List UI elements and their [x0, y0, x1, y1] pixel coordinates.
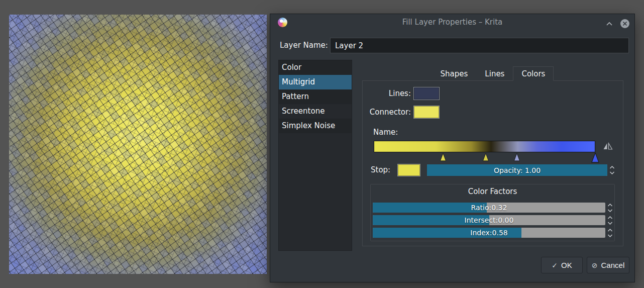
list-item-screentone[interactable]: Screentone [279, 104, 352, 119]
spin-down-icon [607, 221, 613, 225]
connector-label: Connector: [363, 106, 411, 119]
color-factors-title: Color Factors [371, 187, 614, 196]
list-item-multigrid[interactable]: Multigrid [279, 75, 352, 89]
cancel-button[interactable]: ⊘ Cancel [587, 257, 629, 273]
shade-button[interactable] [604, 19, 614, 29]
ratio-slider[interactable]: Ratio:0.32 [373, 203, 605, 213]
tab-shapes[interactable]: Shapes [432, 66, 477, 81]
lines-color-swatch[interactable] [413, 87, 440, 100]
ok-button[interactable]: ✓ OK [541, 257, 583, 273]
spin-up-icon [609, 165, 615, 169]
index-slider[interactable]: Index:0.58 [373, 228, 605, 238]
fill-layer-properties-dialog: Fill Layer Properties – Krita Layer Name… [270, 14, 635, 282]
ratio-slider-label: Ratio:0.32 [373, 203, 605, 213]
list-item-color[interactable]: Color [279, 60, 352, 75]
layer-name-input[interactable] [330, 38, 629, 53]
window-title: Fill Layer Properties – Krita [270, 14, 634, 31]
colors-tab-panel: Lines: Connector: Name: Stop: Opacity: 1… [362, 80, 623, 246]
ok-button-label: OK [561, 261, 572, 269]
spin-down-icon [607, 209, 613, 213]
layer-name-label: Layer Name: [280, 38, 328, 53]
gradient-markers [374, 152, 595, 163]
connector-color-swatch[interactable] [413, 106, 440, 119]
tab-colors[interactable]: Colors [513, 66, 554, 81]
opacity-slider-label: Opacity: 1.00 [427, 164, 607, 176]
tab-lines[interactable]: Lines [476, 66, 513, 81]
cancel-circle-icon: ⊘ [592, 262, 598, 269]
gradient-stop-marker[interactable] [483, 153, 489, 161]
spin-up-icon [607, 203, 613, 207]
list-item-pattern[interactable]: Pattern [279, 89, 352, 104]
spin-up-icon [607, 228, 613, 232]
gradient-stop-marker[interactable] [440, 153, 447, 161]
color-factors-group: Color Factors Ratio:0.32 Intersect:0.00 … [370, 184, 615, 241]
gradient-stop-marker[interactable] [591, 152, 600, 163]
spin-up-icon [607, 216, 613, 220]
lines-label: Lines: [363, 87, 411, 100]
intersect-slider-label: Intersect:0.00 [373, 215, 605, 225]
generator-list: Color Multigrid Pattern Screentone Simpl… [278, 60, 352, 251]
spin-down-icon [607, 234, 613, 238]
index-spinner[interactable] [606, 227, 614, 238]
tab-bar: Shapes Lines Colors [362, 66, 623, 81]
close-icon [620, 19, 630, 29]
close-button[interactable] [620, 19, 630, 29]
spin-down-icon [609, 171, 615, 175]
stop-color-swatch[interactable] [397, 164, 420, 176]
chevron-up-icon [606, 21, 613, 26]
list-item-simplex-noise[interactable]: Simplex Noise [279, 119, 352, 133]
canvas-multigrid-preview[interactable] [9, 15, 267, 274]
intersect-spinner[interactable] [606, 215, 614, 226]
gradient-stop-marker[interactable] [513, 153, 520, 161]
stop-label: Stop: [371, 163, 390, 176]
opacity-spinner[interactable] [608, 163, 616, 177]
titlebar[interactable]: Fill Layer Properties – Krita [270, 14, 634, 31]
intersect-slider[interactable]: Intersect:0.00 [373, 215, 605, 225]
gradient-name-label: Name: [373, 126, 398, 138]
ratio-spinner[interactable] [606, 202, 614, 213]
index-slider-label: Index:0.58 [373, 228, 605, 238]
flip-gradient-icon[interactable] [602, 141, 613, 152]
opacity-slider[interactable]: Opacity: 1.00 [427, 164, 607, 176]
cancel-button-label: Cancel [601, 261, 625, 269]
check-icon: ✓ [552, 262, 558, 269]
gradient-bar[interactable] [374, 141, 595, 152]
multigrid-pattern [9, 15, 267, 274]
